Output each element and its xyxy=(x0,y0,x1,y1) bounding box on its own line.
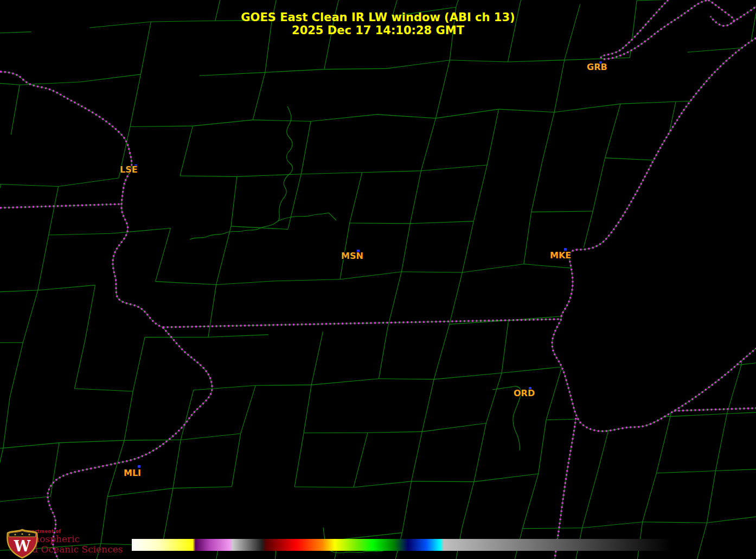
aos-logo: W Department of Atmospheric and Oceanic … xyxy=(3,529,123,555)
station-label-msn: MSN xyxy=(341,252,363,261)
temperature-colorbar xyxy=(132,539,671,551)
image-title: GOES East Clean IR LW window (ABI ch 13)… xyxy=(241,11,515,37)
river-lines-layer xyxy=(190,106,521,553)
station-label-mke: MKE xyxy=(550,251,571,260)
uw-crest-icon: W xyxy=(3,529,41,559)
station-label-lse: LSE xyxy=(120,166,138,174)
green-bay-mask xyxy=(603,0,708,59)
crest-mark xyxy=(14,533,16,535)
title-line1: GOES East Clean IR LW window (ABI ch 13) xyxy=(241,11,515,24)
station-label-mli: MLI xyxy=(124,469,141,478)
station-label-grb: GRB xyxy=(587,63,607,72)
satellite-image-viewer: GOES East Clean IR LW window (ABI ch 13)… xyxy=(0,0,756,559)
lake-michigan-mask xyxy=(553,38,756,431)
title-line2: 2025 Dec 17 14:10:28 GMT xyxy=(241,24,515,37)
crest-mark xyxy=(28,533,30,535)
crest-letter: W xyxy=(14,538,31,555)
crest-mark xyxy=(21,533,23,535)
map-canvas xyxy=(0,0,756,559)
station-label-ord: ORD xyxy=(514,389,535,398)
